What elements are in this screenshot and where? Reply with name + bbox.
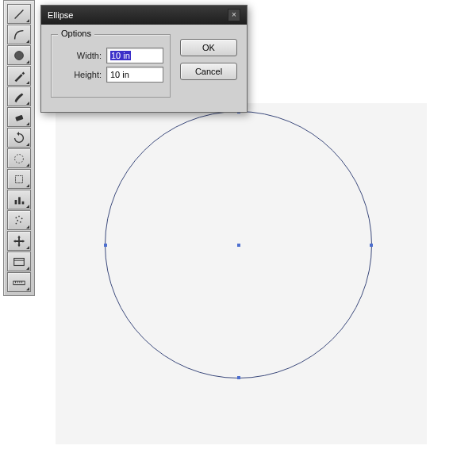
measure-tool[interactable]: [7, 272, 31, 292]
lasso-icon: [12, 152, 26, 166]
anchor-left[interactable]: [104, 244, 107, 247]
svg-point-11: [17, 220, 18, 221]
ellipse-tool[interactable]: [7, 45, 31, 65]
svg-rect-6: [18, 197, 21, 204]
spray-tool[interactable]: [7, 210, 31, 230]
pencil-tool[interactable]: [7, 66, 31, 86]
artboard-icon: [12, 255, 26, 269]
ellipse-shape[interactable]: [105, 111, 372, 378]
line-segment-tool[interactable]: [7, 4, 31, 24]
svg-point-9: [18, 215, 20, 217]
anchor-right[interactable]: [370, 244, 373, 247]
cancel-button[interactable]: Cancel: [180, 63, 237, 80]
svg-point-8: [16, 217, 17, 218]
dialog-titlebar[interactable]: Ellipse ×: [41, 6, 247, 25]
height-label: Height:: [74, 70, 102, 79]
paintbrush-tool[interactable]: [7, 86, 31, 106]
line-segment-icon: [12, 7, 26, 21]
svg-point-12: [20, 221, 21, 222]
measure-icon: [12, 275, 26, 290]
svg-point-3: [15, 154, 24, 163]
spray-icon: [12, 213, 26, 228]
arc-icon: [12, 28, 26, 42]
move-icon: [12, 234, 26, 248]
svg-rect-7: [22, 201, 25, 204]
svg-rect-4: [16, 175, 23, 182]
canvas-area[interactable]: [56, 103, 427, 444]
svg-rect-2: [15, 114, 23, 121]
height-input[interactable]: 10 in: [106, 67, 163, 83]
crop-icon: [12, 172, 26, 186]
graph-icon: [12, 193, 26, 207]
width-label: Width:: [77, 51, 102, 60]
ellipse-icon: [12, 48, 26, 63]
ok-button[interactable]: OK: [180, 39, 237, 56]
lasso-tool[interactable]: [7, 148, 31, 168]
eraser-icon: [12, 110, 26, 125]
svg-point-10: [21, 217, 23, 219]
svg-rect-5: [15, 200, 17, 204]
options-legend: Options: [58, 29, 94, 38]
svg-point-13: [16, 222, 17, 224]
anchor-center[interactable]: [237, 244, 240, 247]
graph-tool[interactable]: [7, 190, 31, 209]
crop-tool[interactable]: [7, 169, 31, 189]
eraser-tool[interactable]: [7, 107, 31, 127]
ellipse-dialog: Ellipse × Options Width: 10 in Height: 1…: [40, 5, 248, 113]
dialog-title: Ellipse: [48, 10, 73, 20]
arc-tool[interactable]: [7, 25, 31, 44]
svg-point-1: [15, 51, 24, 60]
close-icon[interactable]: ×: [228, 9, 240, 21]
svg-line-0: [15, 10, 24, 18]
options-group: Options Width: 10 in Height: 10 in: [51, 34, 171, 98]
anchor-bottom[interactable]: [237, 376, 240, 379]
svg-rect-16: [13, 281, 25, 285]
artboard-tool[interactable]: [7, 252, 31, 271]
rotate-icon: [12, 131, 26, 145]
tools-panel: [3, 0, 35, 296]
move-tool[interactable]: [7, 231, 31, 251]
pencil-icon: [12, 69, 26, 83]
svg-rect-14: [14, 258, 25, 265]
rotate-tool[interactable]: [7, 128, 31, 148]
width-input[interactable]: 10 in: [106, 48, 163, 63]
paintbrush-icon: [12, 90, 26, 104]
